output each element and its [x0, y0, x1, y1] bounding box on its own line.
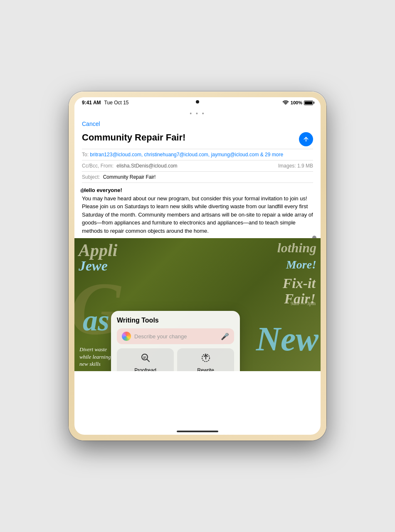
svg-point-0 — [285, 104, 286, 105]
status-time: 9:41 AM — [82, 100, 101, 106]
ipad-frame: 9:41 AM Tue Oct 15 100% — [69, 91, 326, 441]
home-indicator — [177, 431, 218, 432]
poster-more: More! — [286, 258, 316, 271]
selection-handle-left — [80, 189, 84, 193]
svg-line-3 — [147, 360, 149, 362]
writing-tools-search[interactable]: Describe your change 🎤 — [117, 328, 234, 344]
dots-menu[interactable]: • • • — [74, 108, 321, 119]
apple-intelligence-icon — [122, 332, 131, 341]
camera — [196, 100, 199, 103]
search-placeholder: Describe your change — [134, 333, 217, 340]
rewrite-icon — [200, 352, 211, 366]
to-label: To: — [82, 152, 89, 158]
subject-value[interactable]: Community Repair Fair! — [103, 174, 156, 180]
poster-time: 9am — 3pm — [291, 300, 316, 307]
proofread-label: Proofread — [134, 367, 156, 371]
writing-tools-title: Writing Tools — [117, 317, 234, 324]
wt-row1: Proofread Rewrite — [117, 348, 234, 371]
ipad-screen: 9:41 AM Tue Oct 15 100% — [74, 97, 321, 435]
proofread-icon — [140, 352, 151, 366]
wifi-icon — [282, 100, 289, 106]
mic-icon[interactable]: 🎤 — [221, 332, 229, 340]
recipients[interactable]: britran123@icloud.com, christinehuang7@i… — [90, 152, 283, 158]
poster-clothing: lothing — [277, 240, 316, 256]
images-label: Images: 1.9 MB — [278, 163, 313, 169]
rewrite-button[interactable]: Rewrite — [177, 348, 234, 371]
status-date: Tue Oct 15 — [104, 100, 129, 106]
subject-label: Subject: — [82, 174, 100, 180]
from-address[interactable]: elisha.StDenis@icloud.com — [116, 163, 177, 169]
send-button[interactable] — [299, 132, 313, 146]
writing-tools-popup: Writing Tools Describe your change 🎤 — [111, 311, 240, 371]
email-header: Community Repair Fair! — [82, 129, 313, 149]
battery-icon — [304, 101, 313, 105]
cc-label: Cc/Bcc, From: — [82, 163, 114, 169]
email-title: Community Repair Fair! — [82, 132, 295, 143]
poster-new: New — [256, 320, 318, 359]
subject-field: Subject: Community Repair Fair! — [82, 171, 313, 182]
status-right-icons: 100% — [282, 100, 313, 106]
ipad-device: 9:41 AM Tue Oct 15 100% — [69, 91, 326, 441]
to-field: To: britran123@icloud.com, christinehuan… — [82, 149, 313, 160]
poster-divert: Divert waste while learning new skills — [79, 346, 111, 368]
poster-as: as — [83, 303, 109, 338]
email-image: Appli Jewe lothing More! Fix-it Fair! G … — [74, 238, 321, 371]
ccbcc-field: Cc/Bcc, From: elisha.StDenis@icloud.com … — [82, 160, 313, 171]
dots-icon: • • • — [190, 110, 205, 117]
email-body[interactable]: Hello everyone! You may have heard about… — [82, 182, 313, 238]
proofread-button[interactable]: Proofread — [117, 348, 174, 371]
battery-percentage: 100% — [291, 100, 302, 105]
rewrite-label: Rewrite — [197, 367, 214, 371]
battery-fill — [305, 101, 312, 104]
cancel-button[interactable]: Cancel — [82, 121, 100, 127]
email-area: Cancel Community Repair Fair! To: britra… — [74, 119, 321, 238]
poster-appli: Appli — [79, 240, 117, 260]
body-text: Hello everyone! You may have heard about… — [82, 187, 313, 234]
